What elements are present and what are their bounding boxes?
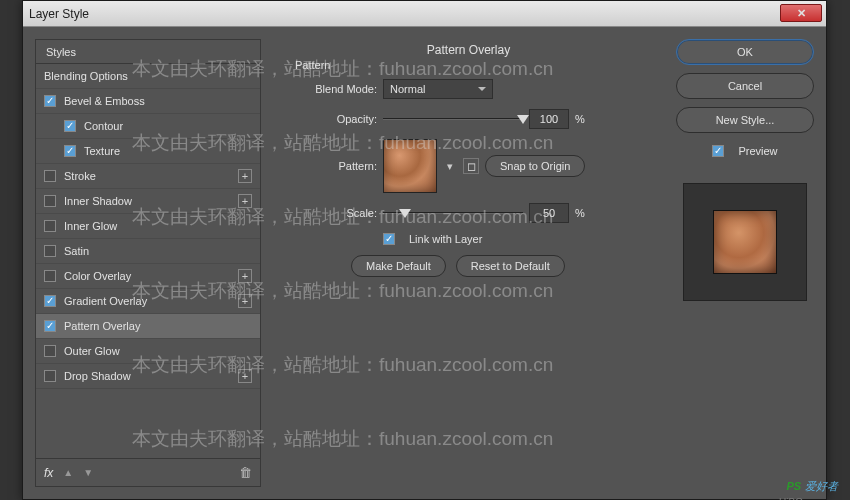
checkbox-icon[interactable] — [44, 195, 56, 207]
scale-input[interactable]: 50 — [529, 203, 569, 223]
preview-area — [683, 183, 807, 301]
blend-mode-label: Blend Mode: — [291, 83, 377, 95]
new-preset-icon[interactable]: ◻ — [463, 158, 479, 174]
new-style-button[interactable]: New Style... — [676, 107, 814, 133]
plus-icon[interactable]: + — [238, 369, 252, 383]
style-texture[interactable]: Texture — [36, 139, 260, 164]
panel-subtitle: Pattern — [291, 59, 646, 71]
link-with-layer-checkbox[interactable] — [383, 233, 395, 245]
preview-swatch — [713, 210, 777, 274]
checkbox-icon[interactable] — [44, 170, 56, 182]
layer-style-dialog: Layer Style ✕ Styles Blending Options Be… — [22, 0, 827, 500]
plus-icon[interactable]: + — [238, 169, 252, 183]
style-drop-shadow[interactable]: Drop Shadow+ — [36, 364, 260, 389]
style-stroke[interactable]: Stroke+ — [36, 164, 260, 189]
styles-footer: fx ▲ ▼ 🗑 — [36, 458, 260, 486]
style-blending-options[interactable]: Blending Options — [36, 64, 260, 89]
slider-thumb-icon[interactable] — [517, 115, 529, 130]
style-color-overlay[interactable]: Color Overlay+ — [36, 264, 260, 289]
plus-icon[interactable]: + — [238, 269, 252, 283]
arrow-down-icon[interactable]: ▼ — [83, 467, 93, 478]
scale-label: Scale: — [291, 207, 377, 219]
checkbox-icon[interactable] — [44, 370, 56, 382]
checkbox-icon[interactable] — [44, 295, 56, 307]
chevron-down-icon[interactable]: ▾ — [443, 159, 457, 173]
site-logo: PS 爱好者 — [786, 477, 838, 494]
checkbox-icon[interactable] — [44, 345, 56, 357]
preview-checkbox[interactable] — [712, 145, 724, 157]
style-inner-shadow[interactable]: Inner Shadow+ — [36, 189, 260, 214]
style-outer-glow[interactable]: Outer Glow — [36, 339, 260, 364]
link-with-layer-label: Link with Layer — [409, 233, 482, 245]
checkbox-icon[interactable] — [64, 120, 76, 132]
checkbox-icon[interactable] — [44, 270, 56, 282]
opacity-input[interactable]: 100 — [529, 109, 569, 129]
style-contour[interactable]: Contour — [36, 114, 260, 139]
blend-mode-select[interactable]: Normal — [383, 79, 493, 99]
fx-icon[interactable]: fx — [44, 466, 53, 480]
pattern-swatch[interactable] — [383, 139, 437, 193]
percent-label: % — [575, 207, 585, 219]
trash-icon[interactable]: 🗑 — [239, 465, 252, 480]
pattern-label: Pattern: — [291, 160, 377, 172]
checkbox-icon[interactable] — [44, 320, 56, 332]
style-bevel-emboss[interactable]: Bevel & Emboss — [36, 89, 260, 114]
scale-slider[interactable] — [383, 206, 523, 220]
reset-default-button[interactable]: Reset to Default — [456, 255, 565, 277]
actions-column: OK Cancel New Style... Preview — [676, 39, 814, 487]
settings-panel: Pattern Overlay Pattern Blend Mode: Norm… — [271, 39, 666, 487]
checkbox-icon[interactable] — [44, 220, 56, 232]
plus-icon[interactable]: + — [238, 194, 252, 208]
percent-label: % — [575, 113, 585, 125]
close-button[interactable]: ✕ — [780, 4, 822, 22]
style-pattern-overlay[interactable]: Pattern Overlay — [36, 314, 260, 339]
styles-list: Styles Blending Options Bevel & Emboss C… — [35, 39, 261, 487]
opacity-label: Opacity: — [291, 113, 377, 125]
style-satin[interactable]: Satin — [36, 239, 260, 264]
opacity-slider[interactable] — [383, 112, 523, 126]
plus-icon[interactable]: + — [238, 294, 252, 308]
window-title: Layer Style — [29, 7, 89, 21]
ok-button[interactable]: OK — [676, 39, 814, 65]
checkbox-icon[interactable] — [44, 95, 56, 107]
checkbox-icon[interactable] — [44, 245, 56, 257]
titlebar[interactable]: Layer Style ✕ — [23, 1, 826, 27]
slider-thumb-icon[interactable] — [399, 209, 411, 224]
arrow-up-icon[interactable]: ▲ — [63, 467, 73, 478]
panel-title: Pattern Overlay — [291, 43, 646, 57]
style-gradient-overlay[interactable]: Gradient Overlay+ — [36, 289, 260, 314]
make-default-button[interactable]: Make Default — [351, 255, 446, 277]
checkbox-icon[interactable] — [64, 145, 76, 157]
snap-to-origin-button[interactable]: Snap to Origin — [485, 155, 585, 177]
preview-label: Preview — [738, 145, 777, 157]
styles-header[interactable]: Styles — [36, 40, 260, 64]
close-icon: ✕ — [797, 7, 806, 20]
cancel-button[interactable]: Cancel — [676, 73, 814, 99]
style-inner-glow[interactable]: Inner Glow — [36, 214, 260, 239]
